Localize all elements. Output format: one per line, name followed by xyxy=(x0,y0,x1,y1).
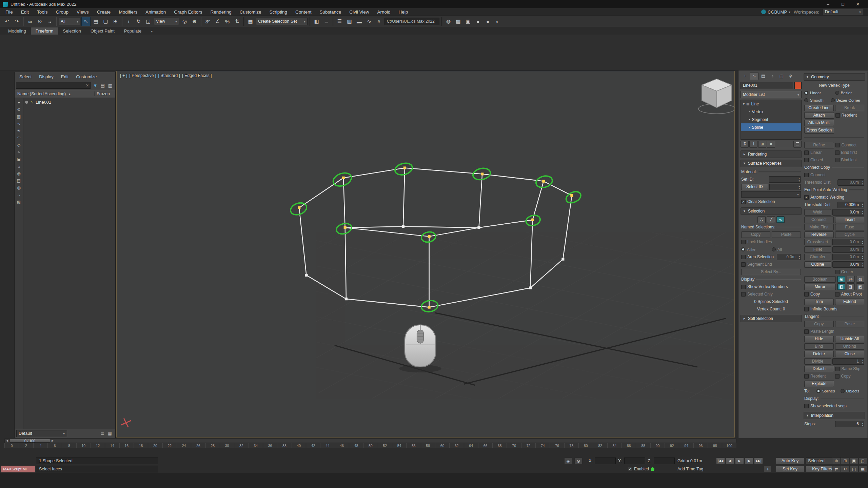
enabled-checkbox[interactable]: ✓ xyxy=(628,467,632,471)
boolean-subtract-icon[interactable]: ◎ xyxy=(847,276,855,283)
modify-tab[interactable]: ∿ xyxy=(750,72,758,80)
spline-vertex[interactable] xyxy=(305,274,308,277)
explorer-menu-display[interactable]: Display xyxy=(36,74,57,79)
area-selection-checkbox[interactable]: Area Selection xyxy=(741,255,775,259)
ribbon-tab-populate[interactable]: Populate xyxy=(119,27,146,35)
use-pivot-point-icon[interactable]: ◎ xyxy=(180,17,189,26)
filter-funnel-icon[interactable]: ▼ xyxy=(92,82,99,89)
menu-create[interactable]: Create xyxy=(93,8,115,16)
create-tab[interactable]: + xyxy=(741,72,749,80)
display-none-icon[interactable]: ⊘ xyxy=(15,106,23,113)
rollout-interpolation[interactable]: ▼Interpolation xyxy=(804,412,865,419)
show-vertex-numbers-checkbox[interactable]: Show Vertex Numbers xyxy=(741,284,801,289)
auto-key-button[interactable]: Auto Key xyxy=(776,458,804,464)
render-setup-icon[interactable]: ▩ xyxy=(454,17,463,26)
render-iterative-icon[interactable]: ● xyxy=(483,17,492,26)
menu-views[interactable]: Views xyxy=(73,8,93,16)
spline-vertex[interactable] xyxy=(561,258,564,261)
viewport-canvas[interactable] xyxy=(117,71,734,437)
menu-arnold[interactable]: Arnold xyxy=(373,8,394,16)
vertex-subobject-icon[interactable]: ∴ xyxy=(757,216,766,223)
pan-icon[interactable]: ⇄ xyxy=(832,466,841,472)
about-pivot-checkbox[interactable]: About Pivot xyxy=(835,292,865,297)
spinner-arrows-icon[interactable]: ▴▾ xyxy=(798,177,800,182)
0-0m-spinner[interactable]: 0.0m▴▾ xyxy=(832,261,864,268)
zoom-all-icon[interactable]: ⊞ xyxy=(841,458,849,464)
rollout-selection[interactable]: ▼Selection xyxy=(741,207,802,215)
select-object-icon[interactable]: ↖ xyxy=(81,17,91,26)
viewport-general-menu[interactable]: [ + ] xyxy=(120,73,127,78)
selection-lock-icon[interactable]: ⊗ xyxy=(574,458,583,464)
stack-item-spline[interactable]: ▪Spline xyxy=(741,123,801,131)
spline-vertex[interactable] xyxy=(477,226,480,229)
segment-subobject-icon[interactable]: ╱ xyxy=(767,216,775,223)
spline-vertex[interactable] xyxy=(345,298,348,300)
bind-to-space-warp-icon[interactable]: ≈ xyxy=(45,17,54,26)
redo-icon[interactable]: ↷ xyxy=(12,17,21,26)
attach-mult-button[interactable]: Attach Mult. xyxy=(804,120,834,126)
hide-button[interactable]: Hide xyxy=(804,336,834,342)
attach-button[interactable]: Attach xyxy=(804,112,834,119)
viewport[interactable]: [ + ][ Perspective ][ Standard ][ Edged … xyxy=(116,71,735,438)
trim-button[interactable]: Trim xyxy=(804,299,834,305)
z-coordinate-field[interactable] xyxy=(654,458,675,464)
spline-vertex[interactable] xyxy=(428,306,431,309)
curve-editor-icon[interactable]: ∿ xyxy=(364,17,374,26)
zoom-region-icon[interactable]: ▢ xyxy=(859,458,867,464)
x-coordinate-field[interactable] xyxy=(595,458,616,464)
next-frame-button[interactable]: |▶ xyxy=(745,458,753,464)
boolean-intersect-icon[interactable]: ◍ xyxy=(856,276,864,283)
show-selected-segs-checkbox[interactable]: Show selected segs xyxy=(804,404,864,408)
toggle-scene-explorer-icon[interactable]: ☰ xyxy=(335,17,344,26)
explorer-menu-select[interactable]: Select xyxy=(16,74,35,79)
display-cameras-icon[interactable]: ◠ xyxy=(15,134,23,141)
select-and-scale-icon[interactable]: ◱ xyxy=(144,17,153,26)
search-clear-icon[interactable]: ✕ xyxy=(86,83,89,88)
smooth-radio[interactable]: Smooth xyxy=(804,98,829,102)
percent-snap-icon[interactable]: % xyxy=(223,17,232,26)
linear-radio[interactable]: Linear xyxy=(804,91,834,95)
maxscript-mini-listener[interactable]: MAXScript Mi xyxy=(1,466,35,472)
go-to-end-button[interactable]: ▶▶| xyxy=(754,458,763,464)
automatic-welding-checkbox[interactable]: ✓Automatic Welding xyxy=(804,195,864,200)
hierarchy-tab[interactable]: ▤ xyxy=(759,72,768,80)
spinner-arrows-icon[interactable]: ▴▾ xyxy=(862,180,863,185)
explorer-options-icon[interactable]: ▥ xyxy=(106,82,114,89)
menu-modifiers[interactable]: Modifiers xyxy=(115,8,141,16)
ribbon-tab-selection[interactable]: Selection xyxy=(58,27,86,35)
mirror-button[interactable]: Mirror xyxy=(804,284,836,290)
rollout-surface-properties[interactable]: ▼Surface Properties xyxy=(741,160,802,167)
spline-vertex[interactable] xyxy=(402,225,405,228)
select-by-name-icon[interactable]: ▤ xyxy=(91,17,100,26)
spinner-arrows-icon[interactable]: ▴▾ xyxy=(862,422,863,427)
undo-icon[interactable]: ↶ xyxy=(2,17,12,26)
display-all-icon[interactable]: ● xyxy=(15,99,23,106)
menu-content[interactable]: Content xyxy=(291,8,315,16)
search-input[interactable]: ✕ xyxy=(16,82,91,89)
show-end-result-icon[interactable]: ‖ xyxy=(749,141,757,148)
spinner-arrows-icon[interactable]: ▴▾ xyxy=(798,255,800,260)
menu-scripting[interactable]: Scripting xyxy=(265,8,292,16)
spline-vertex[interactable] xyxy=(403,166,406,169)
splines-radio[interactable]: Splines xyxy=(816,389,839,393)
zoom-extents-icon[interactable]: ▣ xyxy=(850,458,858,464)
configure-modifier-sets-icon[interactable]: ☰ xyxy=(793,141,802,148)
select-id-button[interactable]: Select ID xyxy=(741,184,768,190)
6-spinner[interactable]: 6▴▾ xyxy=(835,421,864,427)
time-slider-handle[interactable]: 0 / 100 xyxy=(9,439,50,443)
selection-filter-dropdown[interactable]: All▾ xyxy=(59,18,80,25)
add-time-tag[interactable]: Add Time Tag xyxy=(677,465,703,473)
spinner-arrows-icon[interactable]: ▴▾ xyxy=(798,185,800,189)
stack-item-vertex[interactable]: ▪Vertex xyxy=(741,108,801,116)
viewport-shading-menu[interactable]: [ Edged Faces ] xyxy=(182,73,212,78)
insert-button[interactable]: Insert xyxy=(835,217,865,223)
reference-coordinate-dropdown[interactable]: View▾ xyxy=(154,18,179,25)
mirror-both-icon[interactable]: ◩ xyxy=(856,283,864,290)
spline-vertex[interactable] xyxy=(531,219,534,221)
motion-tab[interactable]: ◔ xyxy=(768,72,777,80)
create-key-icon[interactable]: + xyxy=(764,466,772,472)
track-bar[interactable]: 0246810121416182022242628303234363840424… xyxy=(4,443,736,448)
menu-edit[interactable]: Edit xyxy=(17,8,33,16)
menu-rendering[interactable]: Rendering xyxy=(206,8,236,16)
workspaces-dropdown[interactable]: Default ▾ xyxy=(823,9,863,15)
